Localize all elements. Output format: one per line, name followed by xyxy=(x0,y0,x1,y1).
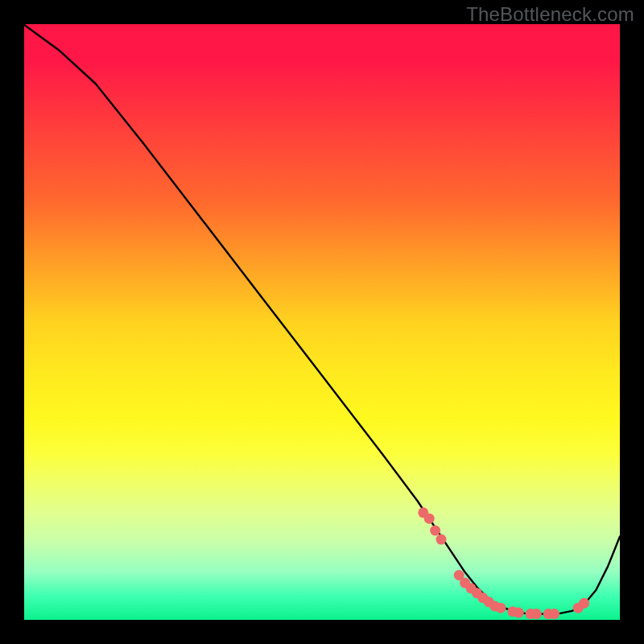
marked-points-group xyxy=(418,507,589,619)
data-point xyxy=(430,526,440,536)
plot-area xyxy=(24,24,620,620)
data-point xyxy=(579,598,589,609)
data-point xyxy=(531,609,542,619)
data-point xyxy=(549,609,559,619)
data-point xyxy=(496,603,506,613)
data-point xyxy=(424,514,435,524)
data-point xyxy=(436,535,447,545)
curve-layer xyxy=(24,24,620,620)
watermark-text: TheBottleneck.com xyxy=(466,3,634,26)
chart-curve xyxy=(24,25,620,614)
chart-frame: TheBottleneck.com xyxy=(0,0,644,644)
data-point xyxy=(514,608,524,618)
